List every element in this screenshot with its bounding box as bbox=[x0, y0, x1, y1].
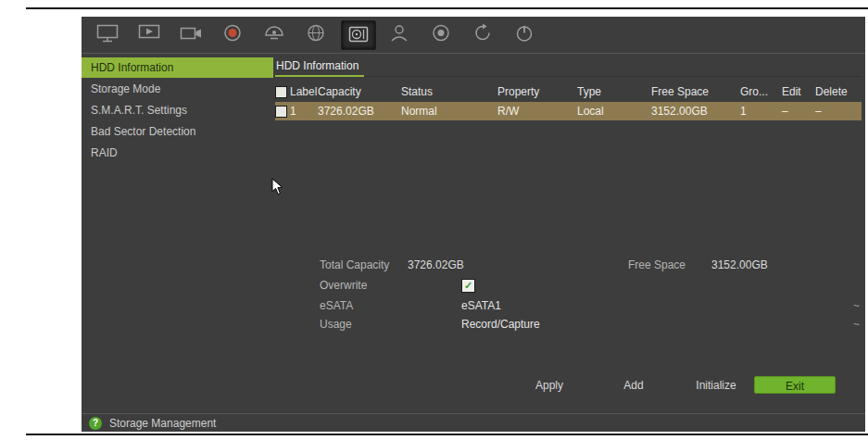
sidebar-item-bad-sector-detection[interactable]: Bad Sector Detection bbox=[82, 121, 273, 142]
row-status: Normal bbox=[401, 102, 497, 120]
select-all-checkbox[interactable] bbox=[275, 86, 287, 98]
tab-active-underline bbox=[275, 75, 364, 77]
page-top-rule bbox=[26, 7, 868, 9]
usage-label: Usage bbox=[320, 315, 352, 333]
toolbar-button-alarm[interactable] bbox=[216, 20, 249, 48]
add-button[interactable]: Add bbox=[593, 376, 674, 394]
status-bar: ? Storage Management bbox=[82, 413, 865, 432]
toolbar-button-camera[interactable] bbox=[174, 20, 208, 48]
toolbar-button-power[interactable] bbox=[508, 20, 541, 48]
hdd-table-header: Label Capacity Status Property Type Free… bbox=[275, 83, 862, 100]
header-delete: Delete bbox=[815, 83, 862, 100]
sidebar-item-storage-mode[interactable]: Storage Mode bbox=[82, 79, 273, 99]
alarm-icon bbox=[220, 22, 245, 47]
row-group: 1 bbox=[740, 102, 782, 120]
toolbar-button-display[interactable] bbox=[91, 20, 124, 48]
status-bar-label: Storage Management bbox=[109, 417, 216, 430]
sidebar-item-raid[interactable]: RAID bbox=[82, 143, 273, 163]
row-type: Local bbox=[577, 102, 651, 120]
free-space-label: Free Space bbox=[628, 256, 686, 274]
sidebar-item-smart-settings[interactable]: S.M.A.R.T. Settings bbox=[82, 100, 273, 120]
overwrite-label: Overwrite bbox=[320, 276, 367, 295]
toolbar-button-live-view[interactable] bbox=[132, 20, 166, 48]
esata-select[interactable]: eSATA1 ~ bbox=[461, 296, 862, 315]
row-free-space: 3152.00GB bbox=[651, 102, 740, 120]
page: { "colors": { "panel_bg": "#3d3d3d", "ac… bbox=[0, 0, 868, 440]
header-status: Status bbox=[401, 83, 497, 100]
row-checkbox[interactable] bbox=[275, 106, 287, 118]
display-icon bbox=[95, 22, 120, 47]
esata-value: eSATA1 bbox=[461, 299, 501, 312]
dropdown-caret-icon: ~ bbox=[853, 315, 860, 333]
system-icon bbox=[429, 22, 453, 47]
storage-icon bbox=[346, 23, 371, 48]
sidebar-item-hdd-information[interactable]: HDD Information bbox=[82, 57, 273, 78]
maintenance-icon bbox=[471, 22, 495, 47]
page-bottom-rule bbox=[26, 434, 868, 435]
apply-button[interactable]: Apply bbox=[509, 376, 590, 394]
dropdown-caret-icon: ~ bbox=[853, 296, 860, 315]
usage-select[interactable]: Record/Capture ~ bbox=[461, 315, 862, 333]
power-icon bbox=[512, 22, 536, 47]
mouse-cursor bbox=[271, 178, 283, 198]
esata-label: eSATA bbox=[320, 296, 353, 315]
header-property: Property bbox=[497, 83, 577, 100]
user-icon bbox=[387, 22, 411, 47]
header-type: Type bbox=[577, 83, 651, 100]
exit-button[interactable]: Exit bbox=[754, 376, 836, 394]
row-edit-action: – bbox=[782, 102, 815, 120]
overwrite-checkbox[interactable]: ✓ bbox=[461, 279, 475, 293]
total-capacity-value: 3726.02GB bbox=[408, 256, 464, 274]
header-label-text: Label bbox=[290, 83, 317, 100]
toolbar-button-user[interactable] bbox=[383, 20, 416, 48]
header-free-space: Free Space bbox=[651, 83, 740, 100]
header-capacity: Capacity bbox=[318, 83, 401, 100]
table-row[interactable]: 1 3726.02GB Normal R/W Local 3152.00GB 1… bbox=[275, 102, 862, 120]
toolbar-button-system[interactable] bbox=[424, 20, 458, 48]
header-label: Label bbox=[275, 83, 318, 100]
free-space-value: 3152.00GB bbox=[711, 256, 768, 274]
help-icon: ? bbox=[89, 417, 102, 430]
row-delete-action: – bbox=[815, 102, 862, 120]
row-property: R/W bbox=[497, 102, 577, 120]
dvr-menu-panel: HDD Information Storage Mode S.M.A.R.T. … bbox=[82, 17, 865, 432]
toolbar-button-ptz[interactable] bbox=[258, 20, 291, 48]
row-label-text: 1 bbox=[290, 102, 296, 120]
camera-icon bbox=[179, 22, 203, 47]
live-view-icon bbox=[137, 22, 161, 47]
row-capacity: 3726.02GB bbox=[318, 102, 401, 120]
toolbar-button-network[interactable] bbox=[299, 20, 333, 48]
toolbar-button-storage[interactable] bbox=[341, 20, 376, 50]
tab-hdd-information[interactable]: HDD Information bbox=[276, 59, 359, 72]
toolbar-button-maintenance[interactable] bbox=[466, 20, 499, 48]
network-icon bbox=[304, 22, 328, 47]
row-label-cell: 1 bbox=[275, 102, 318, 120]
usage-value: Record/Capture bbox=[461, 318, 540, 331]
initialize-button[interactable]: Initialize bbox=[675, 376, 757, 394]
header-edit: Edit bbox=[782, 83, 815, 100]
header-group: Gro... bbox=[740, 83, 782, 100]
ptz-icon bbox=[262, 22, 286, 47]
total-capacity-label: Total Capacity bbox=[320, 256, 389, 274]
main-menu-toolbar bbox=[82, 17, 865, 54]
